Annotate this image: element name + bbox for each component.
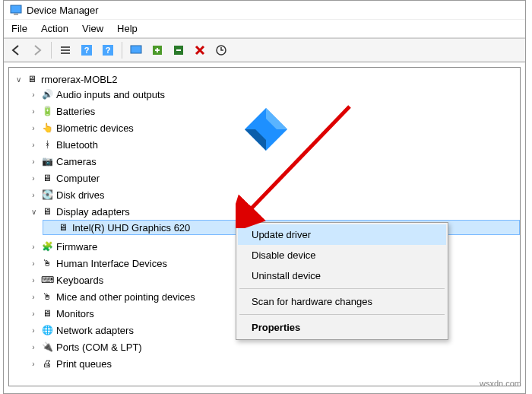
toolbar-separator [122,42,122,59]
expand-icon[interactable]: › [29,107,38,116]
expand-icon[interactable]: › [29,310,38,318]
device-category-node[interactable]: ›🖥Computer [27,171,520,185]
category-icon: 👆 [41,122,53,134]
device-category-node[interactable]: ›📷Cameras [27,154,520,168]
tb-help-icon[interactable]: ? [78,41,96,59]
gpu-icon: 🖥 [57,221,69,234]
expand-icon[interactable]: › [29,343,38,351]
tb-back-icon[interactable] [7,41,25,59]
display-adapters-node[interactable]: ∨ 🖥 Display adapters [27,205,520,218]
toolbar: ? ? [4,38,525,62]
svg-rect-3 [61,49,70,51]
category-label: Keyboards [56,275,103,286]
category-label: Disk drives [56,189,105,201]
expand-icon[interactable]: › [29,243,38,251]
menu-action[interactable]: Action [41,23,68,34]
expand-icon[interactable]: › [29,141,38,149]
svg-rect-2 [61,46,70,48]
device-category-node[interactable]: ›🖨Print queues [27,357,520,370]
category-label: Print queues [56,358,112,370]
category-label: Network adapters [56,325,134,336]
tb-delete-icon[interactable] [191,41,209,59]
expand-icon[interactable]: › [29,124,38,132]
device-category-node[interactable]: ›🔌Ports (COM & LPT) [27,340,520,354]
category-icon: ᚼ [41,138,53,151]
category-icon: 🔌 [41,341,53,353]
expand-icon[interactable]: › [29,326,38,335]
display-adapters-label: Display adapters [56,206,130,218]
no-expander [45,224,54,232]
collapse-icon[interactable]: ∨ [14,75,23,84]
ctx-scan-hardware[interactable]: Scan for hardware changes [238,291,446,312]
overlay-logo [243,106,289,152]
tb-list-icon[interactable] [56,41,74,59]
expand-icon[interactable]: › [29,91,38,99]
expand-icon[interactable]: › [29,360,38,368]
computer-icon: 🖥 [26,73,38,85]
tb-disable-icon[interactable] [169,41,188,59]
collapse-icon[interactable]: ∨ [29,208,38,216]
titlebar: Device Manager [4,1,525,20]
category-icon: 🖨 [41,357,53,370]
tb-monitor-icon[interactable] [127,41,145,59]
svg-text:?: ? [106,46,111,55]
category-label: Cameras [56,156,97,167]
category-icon: 🔊 [41,88,53,100]
menu-view[interactable]: View [82,23,103,34]
category-label: Ports (COM & LPT) [56,342,142,353]
expand-icon[interactable]: › [29,259,38,268]
toolbar-separator [51,42,52,59]
category-label: Bluetooth [56,139,98,151]
category-icon: 🧩 [41,240,53,253]
expand-icon[interactable]: › [29,191,38,199]
category-icon: 🌐 [41,324,53,336]
menubar: File Action View Help [4,20,525,38]
svg-rect-0 [11,5,21,13]
category-label: Audio inputs and outputs [56,89,165,100]
ctx-properties[interactable]: Properties [238,317,446,338]
svg-text:?: ? [84,46,90,55]
root-node[interactable]: ∨ 🖥 rmorerax-MOBL2 [12,72,520,86]
tb-update-icon[interactable] [148,41,166,59]
category-label: Biometric devices [56,122,134,134]
expand-icon[interactable]: › [29,276,38,284]
menu-help[interactable]: Help [117,23,138,34]
ctx-separator [239,288,445,289]
category-label: Batteries [56,106,95,117]
display-adapter-icon: 🖥 [41,205,53,218]
graphics-device-label: Intel(R) UHD Graphics 620 [72,222,190,234]
category-icon: 🔋 [41,105,53,117]
category-label: Human Interface Devices [56,258,167,269]
category-label: Monitors [56,308,94,319]
category-icon: 💽 [41,189,53,201]
category-icon: 🖱 [41,291,53,303]
ctx-separator [239,314,445,315]
category-label: Mice and other pointing devices [56,291,195,303]
device-category-node[interactable]: ›💽Disk drives [27,188,520,202]
root-label: rmorerax-MOBL2 [41,74,117,85]
category-label: Computer [56,173,100,184]
ctx-disable-device[interactable]: Disable device [238,245,446,265]
category-icon: 🖱 [41,257,53,269]
ctx-uninstall-device[interactable]: Uninstall device [238,265,446,286]
category-icon: 🖥 [41,307,53,319]
tb-forward-icon [28,41,46,59]
expand-icon[interactable]: › [29,157,38,166]
context-menu: Update driver Disable device Uninstall d… [236,222,448,340]
tb-scan-icon[interactable] [212,41,230,59]
menu-file[interactable]: File [11,23,27,34]
category-icon: 🖥 [41,172,53,184]
category-icon: ⌨ [41,274,53,286]
device-category-node[interactable]: ›🔊Audio inputs and outputs [27,87,520,101]
tb-help2-icon[interactable]: ? [99,41,117,59]
window-title: Device Manager [27,5,99,16]
category-icon: 📷 [41,155,53,167]
svg-rect-1 [14,14,18,15]
watermark: wsxdn.com [480,379,521,388]
ctx-update-driver[interactable]: Update driver [238,224,446,245]
svg-rect-9 [131,46,141,53]
svg-rect-4 [61,52,70,54]
app-icon [10,4,22,16]
expand-icon[interactable]: › [29,174,38,183]
expand-icon[interactable]: › [29,293,38,301]
